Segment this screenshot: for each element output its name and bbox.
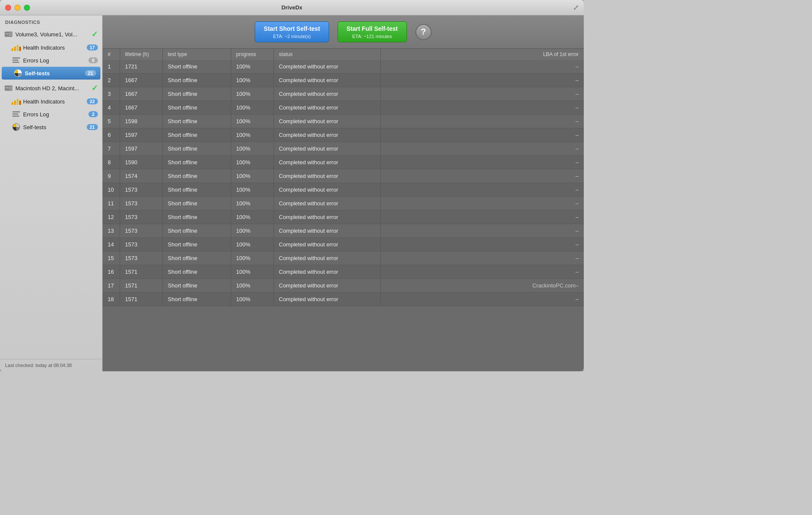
selftests-1-badge: 21 — [85, 70, 96, 76]
col-header-testtype: test type — [162, 49, 231, 60]
selftest-table-container[interactable]: # lifetime (h) test type progress status… — [103, 49, 584, 371]
table-row: 18 1571 Short offline 100% Completed wit… — [103, 293, 584, 306]
errors-log-2-label: Errors Log — [23, 111, 88, 118]
cell-testtype: Short offline — [162, 128, 231, 142]
sidebar-item-errors-log-1[interactable]: Errors Log 0 — [0, 54, 102, 67]
sidebar-header: DIAGNOSTICS — [0, 15, 102, 27]
cell-status: Completed without error — [274, 142, 380, 156]
cell-status: Completed without error — [274, 183, 380, 197]
cell-status: Completed without error — [274, 265, 380, 279]
sidebar-item-selftests-2[interactable]: Self-tests 21 — [0, 121, 102, 133]
health-indicators-1-label: Health Indicators — [23, 44, 87, 51]
health-indicators-icon-1 — [12, 43, 21, 52]
drive-2-label: Macintosh HD 2, Macint... — [15, 85, 90, 92]
cell-progress: 100% — [231, 238, 274, 252]
cell-status: Completed without error — [274, 210, 380, 224]
cell-num: 12 — [103, 210, 120, 224]
cell-lba: – — [380, 183, 584, 197]
cell-lifetime: 1598 — [120, 115, 162, 128]
cell-num: 5 — [103, 115, 120, 128]
cell-status: Completed without error — [274, 87, 380, 101]
cell-num: 6 — [103, 128, 120, 142]
cell-testtype: Short offline — [162, 293, 231, 306]
start-short-selftest-button[interactable]: Start Short Self-test ETA: ~2 minute(s) — [255, 21, 329, 42]
cell-progress: 100% — [231, 169, 274, 183]
selftests-2-label: Self-tests — [23, 124, 87, 130]
app-window: DriveDx ⤢ DIAGNOSTICS Volume3, Volume1, … — [0, 0, 584, 371]
cell-testtype: Short offline — [162, 169, 231, 183]
cell-lifetime: 1721 — [120, 60, 162, 74]
short-test-eta: ETA: ~2 minute(s) — [255, 33, 328, 42]
window-title: DriveDx — [281, 4, 302, 11]
table-row: 1 1721 Short offline 100% Completed with… — [103, 60, 584, 74]
cell-lba: – — [380, 128, 584, 142]
cell-progress: 100% — [231, 74, 274, 87]
sidebar-item-selftests-1[interactable]: Self-tests 21 — [2, 67, 100, 80]
cell-lifetime: 1573 — [120, 197, 162, 210]
cell-lifetime: 1571 — [120, 293, 162, 306]
svg-point-2 — [10, 33, 12, 35]
cell-status: Completed without error — [274, 197, 380, 210]
svg-rect-8 — [6, 87, 9, 88]
sidebar-item-health-indicators-1[interactable]: Health Indicators 17 — [0, 41, 102, 54]
cell-num: 17 — [103, 279, 120, 293]
cell-lifetime: 1574 — [120, 169, 162, 183]
cell-lba: – — [380, 156, 584, 169]
minimize-button[interactable] — [15, 5, 21, 11]
table-row: 10 1573 Short offline 100% Completed wit… — [103, 183, 584, 197]
drive-icon-2 — [4, 84, 13, 92]
cell-status: Completed without error — [274, 293, 380, 306]
sidebar-drive-2[interactable]: Macintosh HD 2, Macint... ✓ — [0, 81, 102, 95]
errors-log-1-badge: 0 — [88, 57, 98, 63]
table-row: 15 1573 Short offline 100% Completed wit… — [103, 252, 584, 265]
sidebar-item-errors-log-2[interactable]: Errors Log 2 — [0, 108, 102, 121]
resize-icon[interactable]: ⤢ — [573, 3, 579, 12]
table-row: 12 1573 Short offline 100% Completed wit… — [103, 210, 584, 224]
cell-lba: – — [380, 293, 584, 306]
cell-testtype: Short offline — [162, 142, 231, 156]
right-panel: Start Short Self-test ETA: ~2 minute(s) … — [103, 15, 584, 371]
table-row: 9 1574 Short offline 100% Completed with… — [103, 169, 584, 183]
table-row: 5 1598 Short offline 100% Completed with… — [103, 115, 584, 128]
sidebar-drive-1[interactable]: Volume3, Volume1, Vol... ✓ — [0, 27, 102, 41]
selftests-2-badge: 21 — [87, 124, 98, 130]
close-button[interactable] — [5, 5, 11, 11]
cell-progress: 100% — [231, 115, 274, 128]
sidebar: DIAGNOSTICS Volume3, Volume1, Vol... ✓ — [0, 15, 103, 371]
col-header-status: status — [274, 49, 380, 60]
cell-progress: 100% — [231, 293, 274, 306]
health-indicators-1-badge: 17 — [87, 44, 98, 50]
cell-num: 11 — [103, 197, 120, 210]
cell-lba: – — [380, 87, 584, 101]
health-indicators-2-label: Health Indicators — [23, 98, 87, 105]
help-button[interactable]: ? — [415, 24, 432, 40]
cell-num: 18 — [103, 293, 120, 306]
help-icon: ? — [421, 27, 426, 37]
cell-status: Completed without error — [274, 252, 380, 265]
drive-2-checkmark: ✓ — [91, 83, 98, 93]
cell-lifetime: 1667 — [120, 87, 162, 101]
table-row: 17 1571 Short offline 100% Completed wit… — [103, 279, 584, 293]
cell-lifetime: 1597 — [120, 128, 162, 142]
table-row: 13 1573 Short offline 100% Completed wit… — [103, 224, 584, 238]
cell-lifetime: 1571 — [120, 279, 162, 293]
cell-testtype: Short offline — [162, 210, 231, 224]
cell-lba: – — [380, 169, 584, 183]
sidebar-item-health-indicators-2[interactable]: Health Indicators 22 — [0, 95, 102, 108]
cell-lifetime: 1573 — [120, 183, 162, 197]
cell-status: Completed without error — [274, 101, 380, 115]
errors-log-icon-2 — [12, 110, 21, 118]
cell-progress: 100% — [231, 142, 274, 156]
col-header-num: # — [103, 49, 120, 60]
cell-lifetime: 1667 — [120, 74, 162, 87]
cell-status: Completed without error — [274, 238, 380, 252]
start-full-selftest-button[interactable]: Start Full Self-test ETA: ~121 minutes — [338, 21, 407, 42]
cell-lifetime: 1667 — [120, 101, 162, 115]
table-row: 7 1597 Short offline 100% Completed with… — [103, 142, 584, 156]
svg-point-7 — [10, 87, 12, 89]
titlebar: DriveDx ⤢ — [0, 0, 584, 15]
maximize-button[interactable] — [24, 5, 30, 11]
drive-1-label: Volume3, Volume1, Vol... — [15, 31, 90, 38]
selftests-icon-1 — [14, 69, 22, 77]
cell-progress: 100% — [231, 210, 274, 224]
